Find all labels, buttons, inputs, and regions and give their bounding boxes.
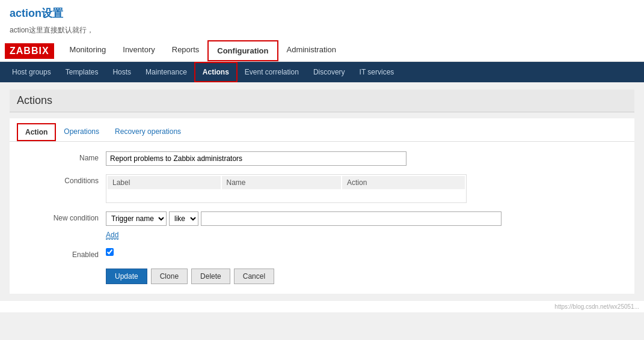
- delete-button[interactable]: Delete: [191, 269, 230, 284]
- subnav-hosts[interactable]: Hosts: [105, 63, 138, 81]
- enabled-row: Enabled: [22, 248, 622, 259]
- enabled-label: Enabled: [22, 248, 106, 259]
- nav-reports[interactable]: Reports: [164, 40, 208, 61]
- update-button[interactable]: Update: [106, 269, 147, 284]
- page-subtitle: action这里直接默认就行，: [0, 23, 644, 40]
- form-area: Name Conditions Label Name Action: [10, 141, 634, 294]
- subnav-actions[interactable]: Actions: [194, 62, 238, 82]
- enabled-checkbox[interactable]: [106, 248, 114, 256]
- col-action: Action: [342, 176, 465, 189]
- subnav-maintenance[interactable]: Maintenance: [138, 63, 194, 81]
- tabs: Action Operations Recovery operations: [10, 118, 634, 141]
- subnav-host-groups[interactable]: Host groups: [5, 63, 58, 81]
- nav-monitoring[interactable]: Monitoring: [61, 40, 115, 61]
- enabled-control: [106, 248, 622, 256]
- subnav-event-correlation[interactable]: Event correlation: [238, 63, 306, 81]
- nav-configuration[interactable]: Configuration: [207, 40, 278, 61]
- top-nav: ZABBIX Monitoring Inventory Reports Conf…: [0, 40, 644, 62]
- like-select[interactable]: like: [169, 211, 198, 226]
- name-control: [106, 151, 622, 166]
- btn-row: Update Clone Delete Cancel: [22, 269, 622, 284]
- conditions-row: Conditions Label Name Action: [22, 174, 622, 203]
- new-condition-inputs: Trigger name like: [106, 211, 622, 226]
- watermark: https://blog.csdn.net/wx25051...: [0, 301, 644, 312]
- main-content: Actions Action Operations Recovery opera…: [0, 82, 644, 301]
- name-label: Name: [22, 151, 106, 162]
- cancel-button[interactable]: Cancel: [234, 269, 274, 284]
- top-nav-items: Monitoring Inventory Reports Configurati…: [61, 40, 345, 61]
- page-header: action设置 action这里直接默认就行，: [0, 0, 644, 40]
- conditions-control: Label Name Action: [106, 174, 622, 203]
- condition-value-input[interactable]: [201, 211, 501, 226]
- nav-inventory[interactable]: Inventory: [114, 40, 163, 61]
- new-condition-row: New condition Trigger name like Add: [22, 211, 622, 240]
- section-title: Actions: [10, 90, 634, 112]
- name-input[interactable]: [106, 151, 406, 166]
- subnav-discovery[interactable]: Discovery: [306, 63, 352, 81]
- conditions-label: Conditions: [22, 174, 106, 185]
- sub-nav: Host groups Templates Hosts Maintenance …: [0, 62, 644, 82]
- page-title: action设置: [10, 6, 634, 20]
- new-condition-label: New condition: [22, 211, 106, 222]
- nav-administration[interactable]: Administration: [278, 40, 345, 61]
- trigger-name-select[interactable]: Trigger name: [106, 211, 167, 226]
- col-name: Name: [222, 176, 341, 189]
- subnav-templates[interactable]: Templates: [58, 63, 106, 81]
- tab-operations[interactable]: Operations: [56, 123, 107, 141]
- tab-recovery-operations[interactable]: Recovery operations: [107, 123, 189, 141]
- conditions-table: Label Name Action: [106, 174, 467, 203]
- new-condition-control: Trigger name like Add: [106, 211, 622, 240]
- logo: ZABBIX: [5, 43, 54, 59]
- name-row: Name: [22, 151, 622, 166]
- tab-action[interactable]: Action: [17, 123, 56, 141]
- clone-button[interactable]: Clone: [151, 269, 188, 284]
- subnav-it-services[interactable]: IT services: [352, 63, 402, 81]
- add-link[interactable]: Add: [106, 231, 118, 240]
- col-label: Label: [108, 176, 221, 189]
